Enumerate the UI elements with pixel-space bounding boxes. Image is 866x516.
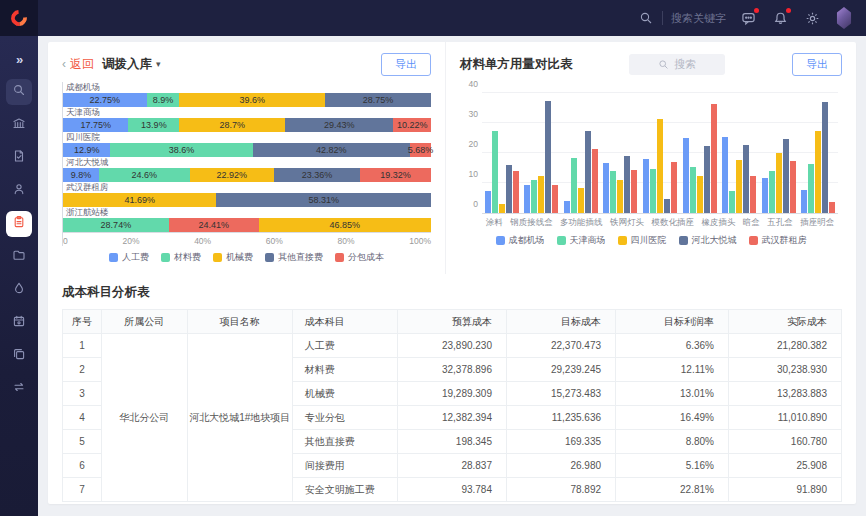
legend-swatch	[213, 253, 222, 262]
cell-actual: 21,280.382	[728, 334, 841, 358]
stacked-bar: 9.8%24.6%22.92%23.36%19.32%	[62, 168, 431, 182]
top-bar: 搜索关键字	[0, 0, 866, 36]
cell-subject: 专业分包	[292, 406, 397, 430]
cost-analysis-table: 序号所属公司项目名称成本科目预算成本目标成本目标利润率实际成本 1华北分公司河北…	[62, 309, 842, 502]
category-label: 河北大悦城	[62, 157, 431, 168]
cell-budget: 23,890.230	[397, 334, 506, 358]
bar	[485, 191, 491, 214]
column-header: 预算成本	[397, 310, 506, 334]
gear-icon[interactable]	[804, 10, 820, 26]
bar	[552, 185, 558, 214]
cell-budget: 12,382.394	[397, 406, 506, 430]
table-title: 成本科目分析表	[62, 284, 842, 301]
sidebar-item-user[interactable]	[6, 178, 32, 204]
sidebar-item-drop[interactable]	[6, 277, 32, 303]
bar	[531, 180, 537, 213]
search-icon	[638, 10, 654, 26]
calendar-icon	[12, 314, 26, 332]
y-axis-tick-label: 40	[460, 79, 478, 89]
column-header: 实际成本	[728, 310, 841, 334]
clipboard-icon	[12, 215, 26, 233]
sidebar-item-clipboard[interactable]	[6, 211, 32, 237]
export-button-left[interactable]: 导出	[381, 53, 431, 76]
bar	[704, 146, 710, 214]
sidebar-item-folder[interactable]	[6, 244, 32, 270]
sidebar-item-document[interactable]	[6, 145, 32, 171]
bell-badge	[786, 8, 791, 13]
legend-item[interactable]: 武汉群租房	[749, 234, 807, 247]
back-link[interactable]: 返回	[70, 56, 94, 73]
bar-group	[722, 137, 756, 213]
bar	[822, 102, 828, 213]
legend-item[interactable]: 材料费	[161, 251, 201, 264]
category-label: 四川医院	[62, 132, 431, 143]
legend-item[interactable]: 河北大悦城	[679, 234, 737, 247]
bar	[585, 131, 591, 213]
bar	[750, 176, 756, 214]
stacked-bar: 28.74%24.41%46.85%	[62, 218, 431, 232]
cell-target: 78.892	[506, 478, 615, 502]
export-button-right[interactable]: 导出	[792, 53, 842, 76]
sidebar-item-building[interactable]	[6, 112, 32, 138]
cell-budget: 19,289.309	[397, 382, 506, 406]
bar	[603, 163, 609, 213]
legend-item[interactable]: 成都机场	[496, 234, 545, 247]
chart-row: 浙江航站楼28.74%24.41%46.85%	[62, 207, 431, 232]
legend-label: 机械费	[226, 251, 253, 264]
legend-item[interactable]: 四川医院	[618, 234, 667, 247]
bar-segment: 22.92%	[190, 168, 274, 182]
cell-budget: 28.837	[397, 454, 506, 478]
bar-group	[485, 131, 519, 214]
bell-icon[interactable]	[772, 10, 788, 26]
legend-item[interactable]: 机械费	[213, 251, 253, 264]
building-icon	[12, 116, 26, 134]
app-logo[interactable]	[0, 0, 38, 36]
chat-icon[interactable]	[740, 10, 756, 26]
x-axis-tick-label: 钢质接线盒	[510, 217, 553, 229]
cell-margin: 13.01%	[616, 382, 729, 406]
bar-segment: 28.74%	[63, 218, 169, 232]
global-search[interactable]: 搜索关键字	[638, 10, 726, 26]
legend-item[interactable]: 人工费	[109, 251, 149, 264]
avatar[interactable]	[836, 10, 852, 26]
cell-actual: 91.890	[728, 478, 841, 502]
grouped-bar-chart: 010203040	[482, 82, 838, 214]
legend-item[interactable]: 分包成本	[335, 251, 384, 264]
cell-margin: 5.16%	[616, 454, 729, 478]
back-chevron-icon[interactable]: ‹	[62, 57, 66, 71]
bar-segment: 23.36%	[274, 168, 360, 182]
cell-budget: 32,378.896	[397, 358, 506, 382]
legend-swatch	[679, 236, 688, 245]
sidebar-item-calendar[interactable]	[6, 310, 32, 336]
sidebar-item-search[interactable]	[6, 79, 32, 105]
y-axis-tick-label: 20	[460, 139, 478, 149]
legend-item[interactable]: 其他直接费	[265, 251, 323, 264]
material-usage-panel: 材料单方用量对比表 搜索 导出 010203040 涂料钢质接线盒多功能插线铁网…	[446, 42, 856, 274]
chart-row: 四川医院12.9%38.6%42.82%5.68%	[62, 132, 431, 157]
bar-group	[762, 139, 796, 213]
bar-group	[564, 131, 598, 213]
panel-title-dropdown[interactable]: 调拨入库	[102, 56, 152, 73]
chart-search-input[interactable]: 搜索	[629, 54, 725, 75]
bar-group	[524, 101, 558, 213]
column-header: 所属公司	[101, 310, 187, 334]
bar-groups	[482, 82, 838, 213]
bar	[801, 190, 807, 213]
cell-no: 7	[63, 478, 102, 502]
cell-subject: 其他直接费	[292, 430, 397, 454]
bar	[564, 201, 570, 213]
sidebar-item-copy[interactable]	[6, 343, 32, 369]
category-label: 成都机场	[62, 82, 431, 93]
panel-title: 材料单方用量对比表	[460, 56, 573, 73]
bar	[671, 162, 677, 213]
sidebar-item-expand[interactable]: »	[6, 46, 32, 72]
search-placeholder: 搜索关键字	[671, 11, 726, 26]
bar	[571, 158, 577, 213]
bar-segment: 38.6%	[110, 143, 252, 157]
bar-segment: 8.9%	[147, 93, 180, 107]
cell-margin: 12.11%	[616, 358, 729, 382]
bar	[578, 188, 584, 213]
chart-legend-left: 人工费材料费机械费其他直接费分包成本	[62, 251, 431, 264]
sidebar-item-transfer[interactable]	[6, 376, 32, 402]
legend-item[interactable]: 天津商场	[557, 234, 606, 247]
